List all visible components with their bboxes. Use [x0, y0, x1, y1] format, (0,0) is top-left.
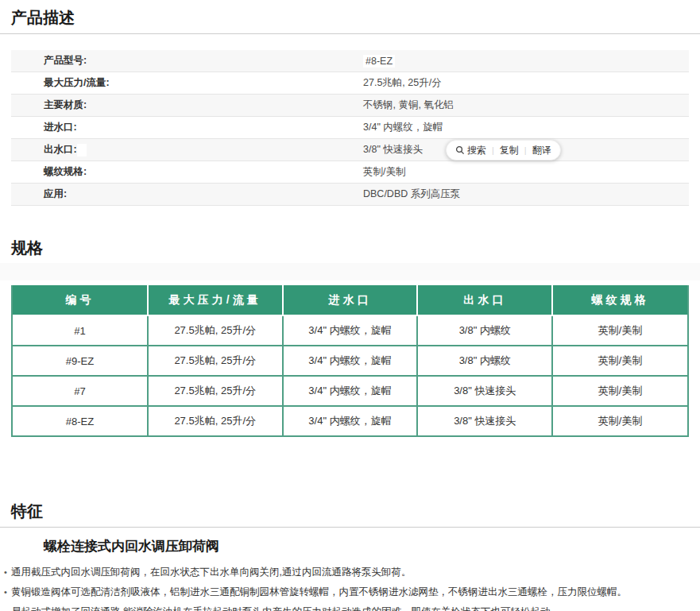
col-header: 编号: [13, 285, 148, 315]
text-selection-popup: 搜索 | 复制 | 翻译: [446, 140, 561, 160]
cell: #7: [13, 376, 148, 406]
translate-button[interactable]: 翻译: [532, 144, 551, 157]
col-header: 进水口: [283, 285, 418, 315]
row-label: 产品型号:: [11, 54, 363, 68]
feature-bullet: 黄铜锻造阀体可选配清洁剂吸液体，铝制进水三通配铜制园林管旋转螺帽，内置不锈钢进水…: [11, 586, 692, 598]
selection-artifact: [77, 144, 87, 157]
popup-separator: |: [524, 145, 527, 155]
table-row: 主要材质: 不锈钢, 黄铜, 氧化铝: [11, 95, 689, 117]
cell: 3/8" 快速接头: [417, 376, 552, 406]
row-value: 不锈钢, 黄铜, 氧化铝: [363, 99, 454, 112]
col-header: 出水口: [417, 285, 552, 315]
table-header-row: 编号 最大压力/流量 进水口 出水口 螺纹规格: [13, 285, 687, 315]
table-row: #1 27.5兆帕, 25升/分 3/4" 内螺纹，旋帽 3/8" 内螺纹 英制…: [13, 315, 687, 346]
popup-separator: |: [492, 145, 494, 155]
cell: 英制/美制: [552, 315, 687, 346]
table-row: 最大压力/流量: 27.5兆帕, 25升/分: [11, 72, 689, 95]
cell: #1: [13, 315, 148, 346]
copy-button[interactable]: 复制: [500, 144, 519, 157]
divider: [0, 33, 700, 34]
search-label: 搜索: [467, 144, 486, 157]
search-icon: [455, 145, 465, 155]
cell: #9-EZ: [13, 346, 148, 376]
product-description-heading: 产品描述: [0, 0, 700, 27]
features-subtitle: 螺栓连接式内回水调压卸荷阀: [44, 538, 700, 555]
col-header: 螺纹规格: [552, 285, 687, 315]
col-header: 最大压力/流量: [148, 285, 283, 315]
row-value: 3/4" 内螺纹，旋帽: [363, 121, 443, 134]
product-description-table: 产品型号: #8-EZ 最大压力/流量: 27.5兆帕, 25升/分 主要材质:…: [11, 50, 689, 206]
cell: 3/4" 内螺纹，旋帽: [283, 406, 418, 435]
cell: 英制/美制: [552, 346, 687, 376]
cell: 27.5兆帕, 25升/分: [148, 346, 283, 376]
row-label: 主要材质:: [11, 99, 363, 112]
table-row: 应用: DBC/DBD 系列高压泵: [11, 184, 689, 206]
cell: 27.5兆帕, 25升/分: [148, 315, 283, 346]
row-value: 3/8" 快速接头: [363, 143, 423, 157]
row-value: DBC/DBD 系列高压泵: [363, 188, 460, 201]
table-row: #8-EZ 27.5兆帕, 25升/分 3/4" 内螺纹，旋帽 3/8" 快速接…: [13, 406, 687, 435]
row-value: 27.5兆帕, 25升/分: [363, 76, 442, 90]
row-label: 出水口:: [11, 143, 363, 157]
table-row: 进水口: 3/4" 内螺纹，旋帽: [11, 117, 689, 139]
search-button[interactable]: 搜索: [455, 144, 486, 157]
cell: 3/8" 内螺纹: [417, 346, 552, 376]
specs-table: 编号 最大压力/流量 进水口 出水口 螺纹规格 #1 27.5兆帕, 25升/分…: [13, 285, 687, 435]
cell: 英制/美制: [552, 376, 687, 406]
row-value: #8-EZ: [363, 55, 395, 68]
specs-heading: 规格: [0, 206, 700, 257]
feature-bullet: 通用截压式内回水调压卸荷阀，在回水状态下出水单向阀关闭,通过内回流通路将泵头卸荷…: [11, 567, 692, 578]
cell: 英制/美制: [552, 406, 687, 435]
divider: [0, 527, 700, 528]
cell: 27.5兆帕, 25升/分: [148, 376, 283, 406]
cell: 3/8" 快速接头: [417, 406, 552, 435]
specs-table-wrap: 编号 最大压力/流量 进水口 出水口 螺纹规格 #1 27.5兆帕, 25升/分…: [11, 285, 689, 437]
table-row: #7 27.5兆帕, 25升/分 3/4" 内螺纹，旋帽 3/8" 快速接头 英…: [13, 376, 687, 406]
row-label: 应用:: [11, 188, 363, 201]
features-list: 通用截压式内回水调压卸荷阀，在回水状态下出水单向阀关闭,通过内回流通路将泵头卸荷…: [0, 567, 700, 611]
features-heading: 特征: [0, 493, 700, 520]
cell: 27.5兆帕, 25升/分: [148, 406, 283, 435]
row-value: 英制/美制: [363, 165, 405, 179]
cell: 3/4" 内螺纹，旋帽: [283, 376, 418, 406]
table-row: 出水口: 3/8" 快速接头: [11, 139, 689, 161]
table-row: #9-EZ 27.5兆帕, 25升/分 3/4" 内螺纹，旋帽 3/8" 内螺纹…: [13, 346, 687, 376]
cell: 3/8" 内螺纹: [417, 315, 552, 346]
row-label: 进水口:: [11, 121, 363, 134]
table-row: 产品型号: #8-EZ: [11, 50, 689, 72]
row-label: 螺纹规格:: [11, 165, 363, 179]
cell: 3/4" 内螺纹，旋帽: [283, 346, 418, 376]
feature-bullet: 易起动式增加了回流通路,能消除汽油机在手拉起动时泵头内产生的压力对起动造成的困难…: [11, 606, 692, 611]
cell: #8-EZ: [13, 406, 148, 435]
row-label: 最大压力/流量:: [11, 76, 363, 90]
cell: 3/4" 内螺纹，旋帽: [283, 315, 418, 346]
specs-band: [0, 263, 700, 280]
table-row: 螺纹规格: 英制/美制: [11, 161, 689, 184]
